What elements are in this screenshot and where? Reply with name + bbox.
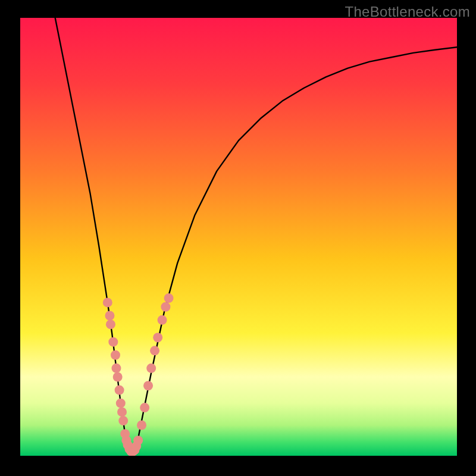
sample-point	[117, 407, 127, 416]
sample-point	[164, 293, 174, 303]
sample-point	[158, 315, 167, 325]
chart-frame: TheBottleneck.com	[0, 0, 476, 476]
sample-point	[153, 333, 162, 342]
sample-point	[106, 320, 115, 329]
sample-point	[115, 386, 124, 395]
sample-point	[140, 403, 149, 412]
sample-point	[150, 346, 159, 355]
sample-point	[143, 381, 153, 390]
sample-point	[105, 311, 114, 320]
plot-area	[20, 18, 457, 456]
sample-point	[133, 436, 143, 445]
sample-point	[108, 337, 118, 347]
sample-point	[161, 302, 170, 312]
sample-point	[111, 364, 121, 373]
sample-point	[116, 399, 126, 408]
gradient-background	[20, 18, 457, 456]
sample-point	[111, 350, 120, 360]
sample-point	[118, 416, 128, 425]
sample-point	[146, 364, 156, 373]
chart-svg	[20, 18, 457, 456]
sample-point	[137, 420, 146, 430]
sample-point	[103, 298, 112, 307]
sample-point	[113, 372, 123, 382]
